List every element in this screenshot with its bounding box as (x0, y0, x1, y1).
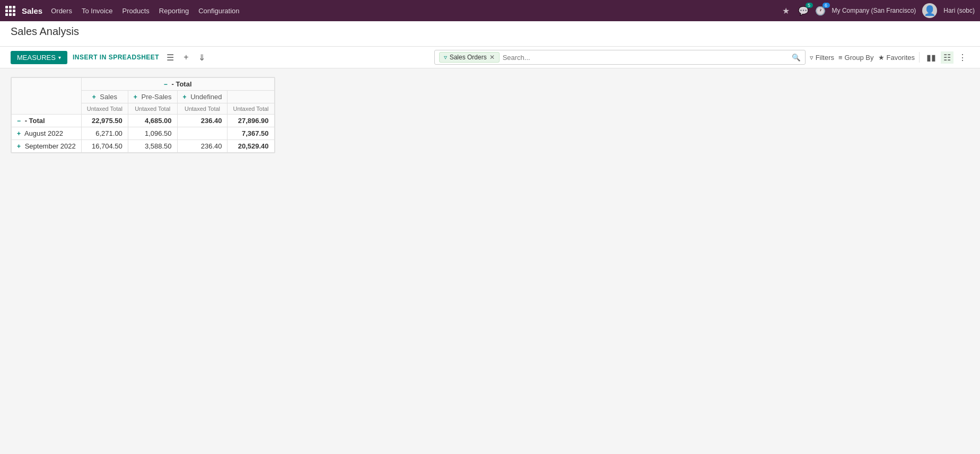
clock-notification[interactable]: 🕐 6 (815, 6, 826, 16)
row-total-undefined: 236.40 (177, 115, 228, 127)
expand-august-icon[interactable]: + (17, 130, 21, 137)
search-input[interactable] (503, 54, 792, 62)
table-row: − - Total 22,975.50 4,685.00 236.40 27,8… (12, 115, 275, 127)
filter-funnel-icon: ▿ (810, 54, 813, 62)
adjust-icon-btn[interactable]: ☰ (164, 51, 176, 64)
add-icon-btn[interactable]: + (181, 51, 190, 63)
adjust-icon: ☰ (167, 53, 174, 62)
col-undefined-header: + Undefined (177, 91, 228, 103)
row-september-label: + September 2022 (12, 140, 82, 153)
col-untaxed-4: Untaxed Total (228, 103, 274, 115)
download-icon: ⇓ (198, 53, 205, 62)
nav-links: Orders To Invoice Products Reporting Con… (51, 7, 239, 15)
col-untaxed-2: Untaxed Total (128, 103, 177, 115)
search-submit-button[interactable]: 🔍 (792, 54, 801, 62)
row-label-header (12, 78, 82, 115)
user-avatar[interactable]: 👤 (922, 3, 937, 18)
pivot-data-table: − - Total + Sales + Pre-Sales + (11, 77, 275, 153)
row-september-presales: 3,588.50 (128, 140, 177, 153)
company-name: My Company (San Francisco) (832, 7, 916, 14)
col-untaxed-3: Untaxed Total (177, 103, 228, 115)
search-bar: ▿ Sales Orders ✕ 🔍 (434, 50, 806, 65)
page-title: Sales Analysis (11, 25, 79, 42)
col-untaxed-1: Untaxed Total (81, 103, 128, 115)
add-icon: + (183, 53, 188, 62)
user-name: Hari (sobc) (943, 7, 975, 14)
col-presales-label: Pre-Sales (141, 93, 171, 101)
nav-products[interactable]: Products (122, 7, 149, 15)
table-row: + August 2022 6,271.00 1,096.50 7,367.50 (12, 127, 275, 140)
row-september-undefined: 236.40 (177, 140, 228, 153)
row-august-presales: 1,096.50 (128, 127, 177, 140)
col-total-label: - Total (171, 80, 191, 88)
row-total-text: - Total (25, 117, 45, 125)
navbar-right: ★ 💬 5 🕐 6 My Company (San Francisco) 👤 H… (780, 3, 975, 18)
navbar-brand: Sales (5, 6, 42, 16)
collapse-total-icon[interactable]: − (164, 81, 168, 88)
grid-icon[interactable] (5, 6, 15, 16)
chat-notification[interactable]: 💬 5 (798, 6, 809, 16)
search-filter-tag: ▿ Sales Orders ✕ (439, 52, 500, 63)
measures-dropdown-arrow: ▾ (58, 55, 61, 60)
measures-button[interactable]: MEASURES ▾ (11, 51, 67, 64)
col-empty-header (228, 91, 274, 103)
col-undefined-label: Undefined (190, 93, 222, 101)
nav-configuration[interactable]: Configuration (198, 7, 239, 15)
row-total-grand: 27,896.90 (228, 115, 274, 127)
expand-sales-icon[interactable]: + (92, 93, 96, 101)
chat-badge: 5 (806, 3, 813, 8)
filters-label: Filters (816, 54, 834, 62)
row-september-sales: 16,704.50 (81, 140, 128, 153)
row-september-text: September 2022 (25, 142, 76, 150)
row-august-grand: 7,367.50 (228, 127, 274, 140)
pivot-header-row-1: − - Total (12, 78, 275, 91)
funnel-icon: ▿ (444, 54, 447, 61)
row-total-label: − - Total (12, 115, 82, 127)
row-september-grand: 20,529.40 (228, 140, 274, 153)
col-sales-label: Sales (100, 93, 117, 101)
row-august-label: + August 2022 (12, 127, 82, 140)
list-view-btn[interactable]: ⋮ (956, 51, 969, 64)
insert-spreadsheet-button[interactable]: INSERT IN SPREADSHEET (73, 54, 159, 61)
nav-orders[interactable]: Orders (51, 7, 72, 15)
app-name: Sales (22, 6, 42, 15)
bar-chart-view-btn[interactable]: ▮▮ (924, 51, 939, 64)
star-fav-icon: ★ (878, 54, 885, 62)
col-sales-header: + Sales (81, 91, 128, 103)
navbar-left: Sales Orders To Invoice Products Reporti… (5, 6, 240, 16)
measures-label: MEASURES (17, 54, 56, 62)
row-total-presales: 4,685.00 (128, 115, 177, 127)
table-row: + September 2022 16,704.50 3,588.50 236.… (12, 140, 275, 153)
navbar: Sales Orders To Invoice Products Reporti… (0, 0, 980, 21)
expand-september-icon[interactable]: + (17, 143, 21, 150)
favorites-button[interactable]: ★ Favorites (878, 54, 915, 62)
filters-button[interactable]: ▿ Filters (810, 54, 834, 62)
row-august-sales: 6,271.00 (81, 127, 128, 140)
favorites-label: Favorites (887, 54, 915, 62)
row-total-sales: 22,975.50 (81, 115, 128, 127)
star-icon-btn[interactable]: ★ (780, 5, 792, 17)
expand-presales-icon[interactable]: + (134, 93, 137, 101)
row-august-text: August 2022 (24, 129, 63, 137)
group-by-button[interactable]: ≡ Group By (838, 54, 874, 62)
remove-filter-tag[interactable]: ✕ (489, 54, 495, 61)
filter-tag-text: Sales Orders (450, 54, 487, 61)
group-by-label: Group By (845, 54, 874, 62)
groupby-icon: ≡ (838, 54, 843, 62)
row-august-undefined (177, 127, 228, 140)
nav-to-invoice[interactable]: To Invoice (82, 7, 113, 15)
content-area: − - Total + Sales + Pre-Sales + (0, 68, 980, 438)
insert-label: INSERT IN SPREADSHEET (73, 54, 159, 61)
view-icons: ▮▮ ☷ ⋮ (924, 51, 969, 64)
col-presales-header: + Pre-Sales (128, 91, 177, 103)
expand-undefined-icon[interactable]: + (183, 93, 187, 101)
toolbar-divider (919, 52, 920, 63)
nav-reporting[interactable]: Reporting (159, 7, 189, 15)
pivot-table: − - Total + Sales + Pre-Sales + (11, 77, 275, 153)
download-icon-btn[interactable]: ⇓ (196, 51, 207, 64)
clock-badge: 6 (822, 3, 830, 8)
col-header-total: − - Total (81, 78, 274, 91)
collapse-total-row-icon[interactable]: − (17, 117, 21, 125)
pivot-view-btn[interactable]: ☷ (941, 51, 953, 64)
